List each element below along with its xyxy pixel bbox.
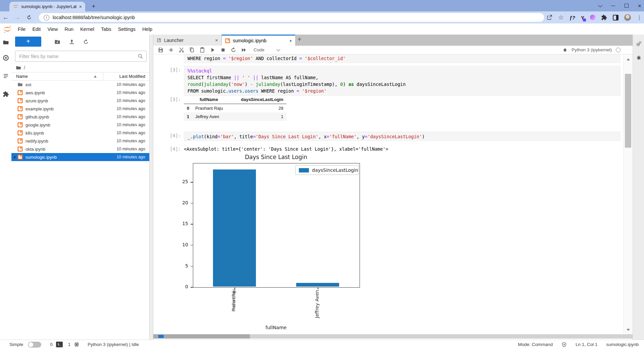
- file-row[interactable]: github.ipynb10 minutes ago: [11, 113, 149, 121]
- scroll-down-icon[interactable]: [627, 329, 630, 331]
- jupyterlab-menubar: FileEditViewRunKernelTabsSettingsHelp: [0, 23, 644, 35]
- notebook-mode[interactable]: Mode: Command: [518, 342, 553, 347]
- kernel-status-text[interactable]: Python 3 (ipykernel) | Idle: [88, 342, 139, 347]
- reader-extension-icon[interactable]: Y: [581, 15, 584, 20]
- extensions-puzzle-icon[interactable]: [601, 14, 607, 20]
- interrupt-kernel-icon[interactable]: [220, 47, 226, 53]
- window-chevron-down-icon[interactable]: [598, 3, 602, 7]
- cursor-position[interactable]: Ln 1, Col 1: [576, 342, 597, 347]
- right-sidebar: [633, 35, 644, 340]
- file-row[interactable]: sumologic.ipynb10 minutes ago: [11, 153, 149, 161]
- active-file-name[interactable]: sumologic.ipynb: [606, 342, 639, 347]
- dropdown-caret-icon[interactable]: [277, 47, 280, 51]
- notebook-icon: [17, 98, 23, 103]
- window-minimize-icon[interactable]: [611, 6, 615, 6]
- menu-tabs[interactable]: Tabs: [98, 24, 115, 35]
- url-text[interactable]: localhost:8888/lab/tree/sumologic.ipynb: [53, 15, 135, 20]
- kernel-status-idle-icon[interactable]: [616, 48, 621, 52]
- page-info-icon[interactable]: i: [44, 15, 49, 20]
- kernel-name[interactable]: Python 3 (ipykernel): [572, 47, 612, 52]
- file-row[interactable]: azure.ipynb10 minutes ago: [11, 97, 149, 105]
- window-close-icon[interactable]: ×: [638, 3, 641, 9]
- kernel-chip-icon[interactable]: [74, 342, 79, 347]
- tab-launcher[interactable]: Launcher ×: [153, 35, 222, 46]
- share-icon[interactable]: [546, 14, 552, 20]
- scroll-up-icon[interactable]: [627, 58, 630, 60]
- y-tick-label: 25: [173, 179, 188, 184]
- search-icon[interactable]: [138, 53, 143, 59]
- tab-close-icon[interactable]: ×: [79, 4, 82, 9]
- new-tab-button[interactable]: +: [89, 2, 98, 11]
- browser-menu-icon[interactable]: ⋮: [637, 14, 642, 21]
- file-name: netlify.ipynb: [25, 139, 117, 144]
- menu-edit[interactable]: Edit: [29, 24, 44, 35]
- breadcrumb[interactable]: /: [16, 63, 25, 72]
- tab-close-icon[interactable]: ×: [215, 37, 218, 43]
- cell-type-dropdown[interactable]: Code: [254, 47, 264, 52]
- extension-manager-icon[interactable]: [0, 86, 11, 102]
- file-row[interactable]: netlify.ipynb10 minutes ago: [11, 137, 149, 145]
- back-icon[interactable]: ←: [0, 14, 11, 21]
- file-row[interactable]: google.ipynb10 minutes ago: [11, 121, 149, 129]
- scrollbar-thumb[interactable]: [250, 334, 634, 339]
- running-sessions-icon[interactable]: [0, 50, 11, 65]
- tab-sumologic-notebook[interactable]: sumologic.ipynb ●: [222, 35, 295, 46]
- forward-icon[interactable]: →: [11, 14, 23, 21]
- menu-settings[interactable]: Settings: [115, 24, 139, 35]
- notebook-icon: [17, 138, 23, 144]
- file-filter-input[interactable]: [15, 54, 138, 59]
- debugger-icon[interactable]: [633, 51, 644, 64]
- cut-cells-icon[interactable]: [178, 47, 184, 53]
- refresh-icon[interactable]: [83, 39, 89, 45]
- run-cell-icon[interactable]: [210, 47, 216, 53]
- file-list-header[interactable]: Name Last Modified: [11, 72, 149, 81]
- new-folder-icon[interactable]: [54, 39, 61, 45]
- window-restore-icon[interactable]: [625, 4, 629, 8]
- file-row[interactable]: example.ipynb10 minutes ago: [11, 105, 149, 113]
- reload-icon[interactable]: [23, 14, 35, 20]
- fx-extension-icon[interactable]: ƒ?: [569, 15, 575, 20]
- terminal-icon[interactable]: $_: [56, 342, 63, 347]
- file-name: okta.ipynb: [25, 147, 117, 152]
- scrollbar-thumb[interactable]: [625, 74, 631, 148]
- add-tab-button[interactable]: +: [298, 36, 302, 43]
- notebook-horizontal-scrollbar[interactable]: [153, 334, 634, 339]
- upload-icon[interactable]: [68, 39, 75, 45]
- trust-shield-icon[interactable]: [561, 342, 567, 347]
- column-name[interactable]: Name: [16, 74, 28, 79]
- paste-cells-icon[interactable]: [199, 47, 205, 53]
- property-inspector-icon[interactable]: [633, 37, 644, 51]
- simple-mode-toggle[interactable]: [28, 342, 41, 348]
- address-bar[interactable]: i localhost:8888/lab/tree/sumologic.ipyn…: [39, 13, 544, 22]
- x-tick-label: Prashant Raju: [231, 290, 236, 311]
- file-browser-icon[interactable]: [0, 35, 11, 50]
- menu-run[interactable]: Run: [61, 24, 77, 35]
- table-of-contents-icon[interactable]: [0, 68, 11, 84]
- add-cell-icon[interactable]: [168, 47, 174, 53]
- menu-view[interactable]: View: [44, 24, 61, 35]
- restart-kernel-icon[interactable]: [230, 47, 236, 53]
- purple-extension-icon[interactable]: [590, 15, 595, 20]
- file-row[interactable]: ext10 minutes ago: [11, 81, 149, 89]
- save-icon[interactable]: [158, 47, 164, 53]
- file-row[interactable]: okta.ipynb10 minutes ago: [11, 145, 149, 153]
- panel-splitter[interactable]: [149, 35, 153, 340]
- browser-tab[interactable]: sumologic.ipynb - JupyterLab ×: [9, 2, 85, 11]
- new-launcher-button[interactable]: +: [15, 37, 41, 47]
- bookmark-star-icon[interactable]: ☆: [558, 14, 564, 21]
- profile-avatar[interactable]: [624, 14, 631, 21]
- column-last-modified[interactable]: Last Modified: [119, 74, 145, 79]
- file-row[interactable]: k8s.ipynb10 minutes ago: [11, 129, 149, 137]
- file-filter: [15, 51, 147, 62]
- terminals-count: 0: [50, 342, 53, 347]
- copy-cells-icon[interactable]: [189, 47, 195, 53]
- folder-icon: [17, 82, 23, 87]
- side-panel-icon[interactable]: [613, 15, 619, 20]
- debugger-bug-icon[interactable]: [562, 47, 568, 52]
- menu-help[interactable]: Help: [139, 24, 156, 35]
- notebook-vertical-scrollbar[interactable]: [623, 54, 633, 334]
- restart-run-all-icon[interactable]: [241, 47, 247, 53]
- file-row[interactable]: aws.ipynb10 minutes ago: [11, 89, 149, 97]
- menu-file[interactable]: File: [14, 24, 29, 35]
- menu-kernel[interactable]: Kernel: [77, 24, 98, 35]
